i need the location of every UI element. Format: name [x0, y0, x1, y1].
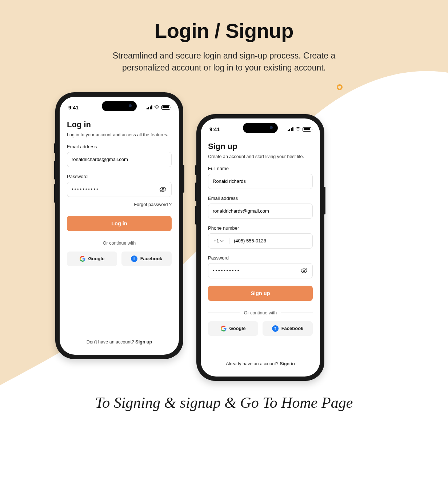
eye-off-icon[interactable]	[300, 267, 308, 275]
page-subtitle: Streamlined and secure login and sign-up…	[0, 50, 448, 74]
facebook-button[interactable]: f Facebook	[263, 321, 313, 336]
country-code-select[interactable]: +1	[208, 238, 229, 244]
wifi-icon	[295, 127, 301, 131]
password-dots: ••••••••••	[72, 186, 99, 192]
facebook-button[interactable]: f Facebook	[121, 252, 172, 266]
phone-frame-login: 9:41 Log in Log in to your account and a…	[55, 92, 183, 359]
forgot-password-link[interactable]: Forgot password ?	[67, 202, 172, 207]
signup-button[interactable]: Sign up	[208, 286, 313, 301]
phone-side-button	[324, 187, 325, 214]
signin-link[interactable]: Sign in	[280, 361, 295, 366]
google-icon	[80, 256, 85, 262]
phone-side-button	[183, 165, 184, 193]
email-field[interactable]	[67, 152, 172, 167]
dynamic-island	[102, 101, 137, 111]
phone-side-button	[54, 143, 56, 153]
name-field[interactable]	[208, 174, 313, 189]
google-button[interactable]: Google	[67, 252, 117, 266]
password-dots: ••••••••••	[213, 268, 240, 273]
signal-icon	[288, 127, 294, 131]
phone-label: Phone number	[208, 225, 313, 231]
wifi-icon	[154, 105, 160, 109]
phone-side-button	[54, 184, 56, 203]
login-subtitle: Log in to your account and access all th…	[67, 132, 172, 137]
phone-input[interactable]	[232, 238, 308, 244]
eye-off-icon[interactable]	[159, 185, 167, 193]
phone-field[interactable]: +1	[208, 233, 313, 249]
battery-icon	[303, 127, 311, 132]
decorative-ring-icon	[337, 84, 343, 90]
email-field[interactable]	[208, 204, 313, 219]
password-field[interactable]: ••••••••••	[208, 263, 313, 278]
signup-footer-text: Already have an account?	[226, 361, 280, 366]
signal-icon	[147, 105, 153, 109]
social-divider: Or continue with	[67, 241, 172, 246]
password-label: Password	[208, 255, 313, 261]
password-label: Password	[67, 174, 172, 179]
email-label: Email address	[208, 196, 313, 201]
email-input[interactable]	[72, 157, 167, 162]
signup-subtitle: Create an account and start living your …	[208, 154, 313, 159]
phone-side-button	[195, 206, 197, 225]
phone-side-button	[54, 161, 56, 180]
page-title: Login / Signup	[0, 19, 448, 43]
google-button[interactable]: Google	[208, 321, 258, 336]
facebook-icon: f	[272, 325, 279, 332]
password-field[interactable]: ••••••••••	[67, 182, 172, 197]
login-title: Log in	[67, 120, 172, 129]
chevron-down-icon	[220, 239, 224, 243]
name-label: Full name	[208, 166, 313, 171]
email-input[interactable]	[213, 208, 308, 214]
battery-icon	[161, 105, 170, 110]
phone-side-button	[195, 182, 197, 201]
login-footer-text: Don't have an account?	[87, 339, 135, 345]
dynamic-island	[243, 123, 278, 133]
social-divider: Or continue with	[208, 310, 313, 315]
login-button[interactable]: Log in	[67, 216, 172, 231]
signup-title: Sign up	[208, 142, 313, 151]
email-label: Email address	[67, 144, 172, 149]
status-time: 9:41	[209, 126, 220, 132]
status-time: 9:41	[68, 105, 79, 110]
phone-side-button	[195, 165, 197, 175]
signup-link[interactable]: Sign up	[135, 339, 152, 345]
phone-frame-signup: 9:41 Sign up Create an account and start…	[196, 114, 324, 381]
name-input[interactable]	[213, 178, 308, 184]
page-caption: To Signing & signup & Go To Home Page	[0, 394, 448, 411]
google-icon	[221, 326, 227, 331]
facebook-icon: f	[131, 255, 137, 262]
